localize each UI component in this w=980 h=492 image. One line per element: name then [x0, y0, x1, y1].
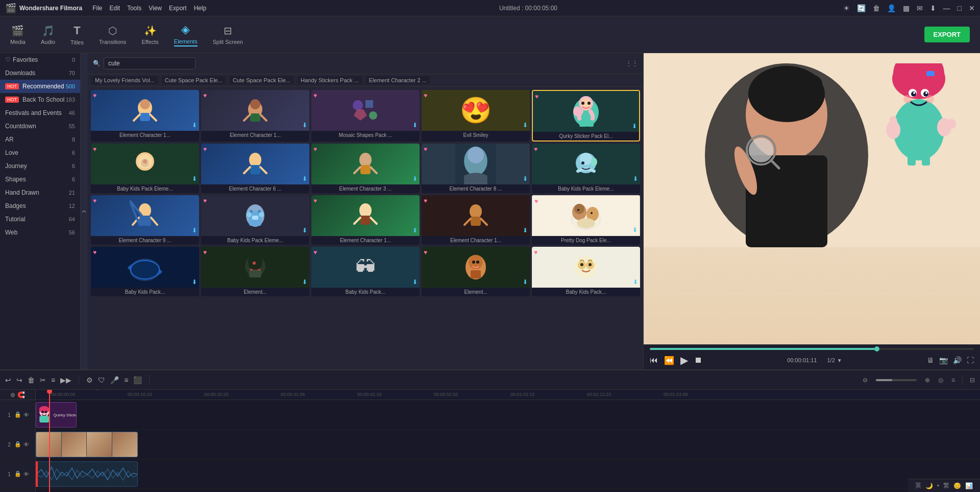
volume-icon[interactable]: 🔊 — [953, 356, 962, 364]
sun-icon[interactable]: ☀ — [843, 4, 850, 12]
play-button[interactable]: ▶ — [680, 354, 688, 366]
zoom-minus-icon[interactable]: ⊖ — [863, 377, 868, 384]
grid-item-15[interactable]: ♥ ⬇ Baby Kids Pack... — [91, 247, 199, 296]
timeline-ruler[interactable]: 00:00:00:00 00:00:10:10 00:00:20:20 00:0… — [36, 390, 980, 400]
ratio-dropdown-icon[interactable]: ▼ — [837, 358, 842, 363]
menu-export[interactable]: Export — [169, 5, 187, 12]
sidebar-item-love[interactable]: Love 6 — [0, 146, 80, 159]
sidebar-item-recommended[interactable]: HOT Recommended 500 — [0, 80, 80, 93]
grid-view-icon[interactable]: ⋮⋮ — [626, 60, 638, 67]
panel-resize-icon[interactable]: ⊟ — [970, 377, 975, 384]
toolbar-effects[interactable]: ✨ Effects — [141, 25, 158, 45]
toolbar-audio[interactable]: 🎵 Audio — [41, 25, 55, 45]
lock-icon-2[interactable]: 🔒 — [14, 441, 21, 448]
menu-edit[interactable]: Edit — [109, 5, 120, 12]
sidebar-item-countdown[interactable]: Countdown 55 — [0, 120, 80, 133]
scroll-tab-0[interactable]: My Lovely Friends Vol... — [92, 76, 158, 84]
sidebar-item-tutorial[interactable]: Tutorial 64 — [0, 213, 80, 226]
eye-icon-1b[interactable]: 👁 — [23, 471, 29, 477]
menu-view[interactable]: View — [149, 5, 162, 12]
audio-clip[interactable] — [36, 461, 138, 487]
mic-icon[interactable]: 🎤 — [110, 376, 119, 384]
eye-icon-1[interactable]: 👁 — [23, 412, 29, 418]
trash-icon[interactable]: 🗑 — [873, 4, 880, 12]
sticker-clip[interactable]: Quirky Sticker 1 — [36, 402, 77, 428]
close-icon[interactable]: ✕ — [969, 4, 975, 12]
grid-item-1[interactable]: ♥ ⬇ Element Character 1... — [201, 90, 309, 142]
sidebar-item-downloads[interactable]: Downloads 70 — [0, 66, 80, 80]
marker-icon[interactable]: ≡ — [124, 376, 128, 384]
lang-icon[interactable]: 英 — [915, 481, 921, 490]
progress-bar-container[interactable] — [650, 348, 974, 350]
grid-item-2[interactable]: ♥ ⬇ Mosaic Shapes Pack ... — [311, 90, 420, 142]
grid-item-16[interactable]: ♥ ⬇ Element... — [201, 247, 309, 296]
lock-icon-1b[interactable]: 🔒 — [14, 471, 21, 477]
grid-item-7[interactable]: ♥ ⬇ Element Character 3 ... — [311, 144, 420, 193]
progress-thumb[interactable] — [874, 346, 879, 352]
export-button[interactable]: EXPORT — [924, 27, 970, 42]
scroll-tab-2[interactable]: Cute Space Pack Ele... — [230, 76, 293, 84]
grid-item-19[interactable]: ♥ ⬇ — [532, 247, 640, 296]
emoji-icon[interactable]: 😊 — [953, 482, 961, 489]
grid-item-13[interactable]: ♥ ⬇ Element Character 1... — [422, 195, 530, 245]
speed-icon[interactable]: ▶▶ — [60, 376, 71, 384]
moon-icon[interactable]: 🌙 — [925, 482, 933, 489]
lock-icon-1[interactable]: 🔒 — [14, 411, 21, 418]
grid-item-11[interactable]: ♥ ⬇ Baby Kid — [201, 195, 309, 245]
mail-icon[interactable]: ✉ — [917, 4, 923, 12]
grid-item-4[interactable]: ♥ — [532, 90, 640, 142]
fullscreen-icon[interactable]: ⛶ — [967, 356, 974, 364]
list-icon[interactable]: ≡ — [51, 376, 55, 384]
user-icon[interactable]: 👤 — [887, 4, 896, 12]
grid-item-14[interactable]: ♥ ⬇ Pretty D — [532, 195, 640, 245]
grid-item-18[interactable]: ♥ ⬇ Element... — [422, 247, 530, 296]
cut-icon[interactable]: ✂ — [40, 376, 46, 384]
toolbar-transitions[interactable]: ⬡ Transitions — [99, 25, 126, 45]
search-input[interactable] — [104, 57, 195, 69]
video-clip[interactable] — [36, 432, 138, 457]
toolbar-split[interactable]: ⊟ Split Screen — [213, 25, 243, 45]
toolbar-titles[interactable]: T Titles — [70, 24, 84, 45]
grid-item-9[interactable]: ♥ ⬇ Baby Kids Pack Eleme... — [532, 144, 640, 193]
zoom-slider[interactable] — [876, 379, 917, 381]
skip-back-button[interactable]: ⏮ — [650, 356, 658, 365]
menu-help[interactable]: Help — [194, 5, 207, 12]
sidebar-item-favorites[interactable]: ♡Favorites 0 — [0, 53, 80, 66]
undo-icon[interactable]: ↩ — [5, 376, 11, 384]
sidebar-item-back-to-school[interactable]: HOT Back To School 183 — [0, 93, 80, 106]
grid-item-5[interactable]: ♥ ⬇ Baby Kids Pack Eleme... — [91, 144, 199, 193]
sidebar-item-ar[interactable]: AR 8 — [0, 133, 80, 146]
eye-icon-2[interactable]: 👁 — [23, 441, 29, 448]
step-back-button[interactable]: ⏪ — [664, 356, 674, 365]
grid-item-12[interactable]: ♥ ⬇ Element Character 1... — [311, 195, 420, 245]
grid-item-6[interactable]: ♥ ⬇ Element Character 6 ... — [201, 144, 309, 193]
zoom-plus-icon[interactable]: ⊕ — [925, 377, 930, 384]
grid-item-3[interactable]: ♥ 😍 ⬇ Evil Smiley — [422, 90, 530, 142]
track-icon[interactable]: ⬛ — [133, 376, 142, 384]
grid-item-10[interactable]: ♥ ⬇ Element Character 9 ... — [91, 195, 199, 245]
snap-icon[interactable]: ⚙ — [86, 376, 93, 384]
add-track-icon[interactable]: ⊕ — [10, 391, 15, 399]
minimize-icon[interactable]: — — [943, 4, 950, 12]
toolbar-media[interactable]: 🎬 Media — [10, 25, 26, 45]
scroll-tab-3[interactable]: Handy Stickers Pack ... — [298, 76, 362, 84]
toolbar-elements[interactable]: ◈ Elements — [174, 23, 198, 46]
scroll-tab-4[interactable]: Element Character 2 ... — [366, 76, 430, 84]
sidebar-item-festivals[interactable]: Festivals and Events 46 — [0, 106, 80, 120]
sidebar-item-web[interactable]: Web 56 — [0, 226, 80, 239]
sidebar-item-hand-drawn[interactable]: Hand Drawn 21 — [0, 186, 80, 199]
settings-tl-icon[interactable]: ≡ — [951, 377, 955, 384]
sidebar-item-shapes[interactable]: Shapes 6 — [0, 173, 80, 186]
chart-icon[interactable]: 📊 — [965, 482, 973, 489]
grid-item-17[interactable]: ♥ 🕶 ⬇ Baby Kids Pack... — [311, 247, 420, 296]
magnet-icon[interactable]: 🧲 — [17, 391, 25, 399]
scroll-tab-1[interactable]: Cute Space Pack Ele... — [162, 76, 226, 84]
menu-tools[interactable]: Tools — [127, 5, 141, 12]
stop-button[interactable]: ⏹ — [694, 356, 702, 365]
grid-item-0[interactable]: ♥ ⬇ Element Character 1... — [91, 90, 199, 142]
delete-icon[interactable]: 🗑 — [28, 376, 35, 384]
shield-icon[interactable]: 🛡 — [98, 376, 105, 384]
sidebar-item-journey[interactable]: Journey 6 — [0, 159, 80, 173]
download-top-icon[interactable]: ⬇ — [930, 4, 936, 12]
trad-chinese-icon[interactable]: 繁 — [943, 481, 949, 490]
